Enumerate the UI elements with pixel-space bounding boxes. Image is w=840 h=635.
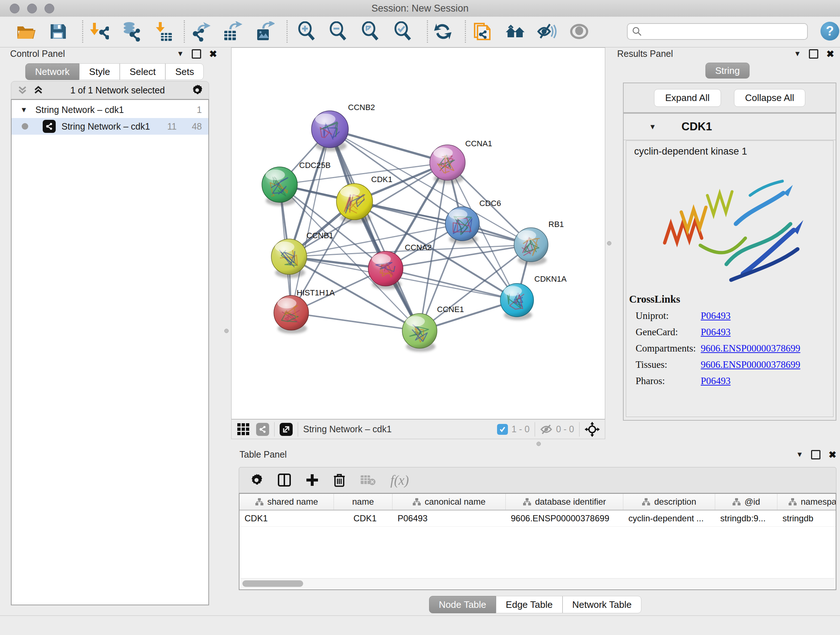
column-header-database-identifier[interactable]: database identifier <box>506 494 623 510</box>
export-table-icon[interactable] <box>222 21 242 42</box>
table-cell[interactable]: CDK1 <box>240 510 334 526</box>
table-cell[interactable]: stringdb <box>777 510 836 526</box>
import-network-database-icon[interactable] <box>120 21 140 42</box>
zoom-fit-icon[interactable] <box>360 21 380 42</box>
node-CCNA1[interactable]: CCNA1 <box>430 139 493 184</box>
panel-float-icon[interactable] <box>192 49 201 59</box>
toolbar-separator <box>286 20 287 43</box>
node-CDC25B[interactable]: CDC25B <box>262 161 331 206</box>
panel-menu-icon[interactable]: ▼ <box>796 450 803 459</box>
node-CDKN1A[interactable]: CDKN1A <box>500 274 567 320</box>
hide-selected-icon[interactable] <box>537 21 557 42</box>
protein-disclosure-icon[interactable]: ▼ <box>649 123 656 131</box>
panel-float-icon[interactable] <box>811 450 821 459</box>
column-header-namespace[interactable]: namespace <box>777 494 836 510</box>
crosslink-link[interactable]: 9606.ENSP00000378699 <box>701 359 800 371</box>
export-image-icon[interactable] <box>254 21 275 42</box>
node-RB1[interactable]: RB1 <box>514 220 564 265</box>
search-input[interactable] <box>627 23 808 40</box>
scrollbar-thumb[interactable] <box>242 580 303 587</box>
show-columns-icon[interactable] <box>278 473 291 487</box>
delete-column-icon[interactable] <box>333 473 346 487</box>
edge-CCNB2-HIST1H1A[interactable] <box>291 129 330 313</box>
open-session-icon[interactable] <box>15 21 35 42</box>
node-CDC6[interactable]: CDC6 <box>445 199 501 244</box>
show-all-icon[interactable] <box>569 21 589 42</box>
column-header-description[interactable]: description <box>623 494 715 510</box>
table-cell[interactable]: P06493 <box>393 510 506 526</box>
zoom-out-icon[interactable] <box>328 21 348 42</box>
tab-edge-table[interactable]: Edge Table <box>496 596 562 613</box>
expand-all-button[interactable]: Expand All <box>654 89 721 107</box>
open-in-window-icon[interactable] <box>279 423 293 436</box>
tab-string[interactable]: String <box>706 63 750 79</box>
collapse-all-icon[interactable] <box>33 86 44 95</box>
string-import-icon[interactable] <box>472 21 493 42</box>
refresh-view-icon[interactable] <box>433 21 453 42</box>
node-CCNB2[interactable]: CCNB2 <box>311 103 375 151</box>
column-header-shared-name[interactable]: shared name <box>240 494 334 510</box>
table-settings-gear-icon[interactable] <box>250 473 263 486</box>
crosslink-link[interactable]: P06493 <box>701 310 731 321</box>
tab-network-table[interactable]: Network Table <box>562 596 641 613</box>
crosslink-link[interactable]: P06493 <box>701 375 731 386</box>
toolbar-separator <box>535 422 535 437</box>
selected-checkbox-icon[interactable] <box>497 424 508 435</box>
table-row[interactable]: CDK1CDK1P064939606.ENSP00000378699cyclin… <box>240 510 836 527</box>
panel-close-icon[interactable]: ✖ <box>209 50 217 57</box>
panel-menu-icon[interactable]: ▼ <box>177 50 184 58</box>
node-table[interactable]: shared namenamecanonical namedatabase id… <box>239 493 836 590</box>
panel-menu-icon[interactable]: ▼ <box>794 50 801 58</box>
gear-icon[interactable] <box>191 84 203 96</box>
panel-close-icon[interactable]: ✖ <box>826 50 834 57</box>
panel-float-icon[interactable] <box>809 49 818 59</box>
tab-style[interactable]: Style <box>79 63 120 80</box>
edge-CDK1-RB1[interactable] <box>355 202 531 245</box>
left-splitter-handle[interactable] <box>224 329 229 333</box>
network-list: ▼ String Network – cdk1 1 String Network… <box>11 99 209 605</box>
column-header-canonical-name[interactable]: canonical name <box>393 494 506 510</box>
tab-node-table[interactable]: Node Table <box>429 596 496 613</box>
expand-all-icon[interactable] <box>17 86 28 95</box>
network-row[interactable]: String Network – cdk1 11 48 <box>11 118 208 135</box>
birdseye-grid-icon[interactable] <box>237 423 250 436</box>
save-session-icon[interactable] <box>48 21 68 42</box>
panel-close-icon[interactable]: ✖ <box>829 451 836 458</box>
edge-CCNB2-CCNE1[interactable] <box>330 129 420 331</box>
add-column-icon[interactable] <box>306 473 319 486</box>
collapse-all-button[interactable]: Collapse All <box>734 89 806 107</box>
help-button[interactable]: ? <box>821 22 839 41</box>
network-canvas[interactable]: CCNB2CCNA1CDC25BCDK1CDC6RB1CCNB1CCNA2CDK… <box>231 48 605 419</box>
column-header-label: canonical name <box>425 497 485 507</box>
column-header-name[interactable]: name <box>334 494 393 510</box>
zoom-in-icon[interactable] <box>296 21 317 42</box>
group-disclosure-icon[interactable]: ▼ <box>20 106 27 114</box>
tab-network[interactable]: Network <box>25 63 79 80</box>
bottom-splitter-handle[interactable] <box>537 442 541 446</box>
tab-sets[interactable]: Sets <box>165 63 204 80</box>
horizontal-scrollbar[interactable] <box>240 578 835 589</box>
right-splitter-handle[interactable] <box>607 241 611 245</box>
zoom-selected-icon[interactable] <box>393 21 413 42</box>
crosslink-link[interactable]: 9606.ENSP00000378699 <box>701 343 800 354</box>
table-cell[interactable]: stringdb:9... <box>715 510 777 526</box>
node-CDK1[interactable]: CDK1 <box>336 175 393 223</box>
toolbar-separator <box>579 422 579 437</box>
network-group-row[interactable]: ▼ String Network – cdk1 1 <box>11 100 208 118</box>
node-HIST1H1A[interactable]: HIST1H1A <box>274 288 335 334</box>
column-header-@id[interactable]: @id <box>715 494 777 510</box>
edge-HIST1H1A-CCNE1[interactable] <box>291 313 420 331</box>
table-cell[interactable]: 9606.ENSP00000378699 <box>506 510 623 526</box>
export-network-icon[interactable] <box>191 21 211 42</box>
import-table-file-icon[interactable] <box>153 21 173 42</box>
delete-table-icon <box>360 474 376 486</box>
change-species-icon[interactable] <box>505 21 525 42</box>
fit-content-crosshair-icon[interactable] <box>584 422 600 437</box>
table-cell[interactable]: cyclin-dependent ... <box>623 510 715 526</box>
tab-select[interactable]: Select <box>120 63 165 80</box>
import-network-file-icon[interactable] <box>88 21 109 42</box>
hidden-eye-icon[interactable] <box>540 424 553 435</box>
network-type-icon[interactable] <box>256 423 269 436</box>
crosslink-link[interactable]: P06493 <box>701 326 731 338</box>
table-cell[interactable]: CDK1 <box>334 510 393 526</box>
